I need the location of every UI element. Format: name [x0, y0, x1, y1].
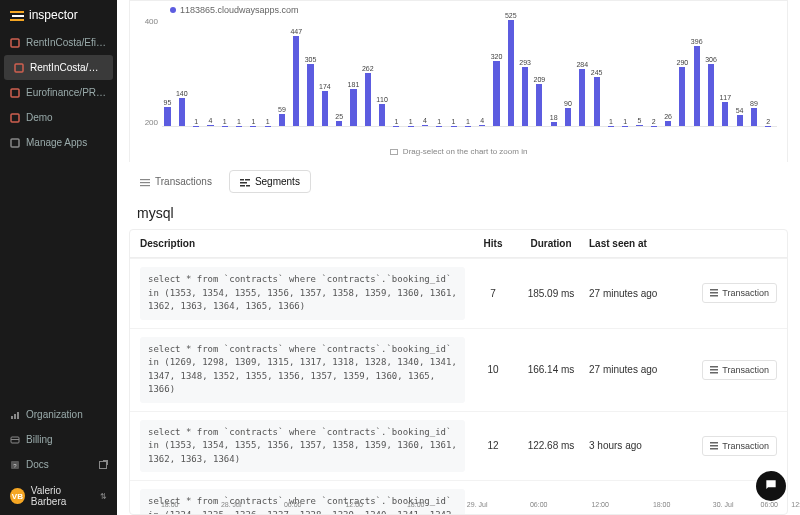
chart-bar[interactable]: 284 [579, 69, 585, 126]
chart-bar[interactable]: 290 [679, 67, 685, 126]
chart-bar[interactable]: 245 [594, 77, 600, 126]
tab-segments[interactable]: Segments [229, 170, 311, 193]
chart-bar[interactable]: 181 [350, 89, 356, 126]
chart-bar[interactable]: 525 [508, 20, 514, 126]
bar-value-label: 140 [176, 90, 188, 97]
avatar: VB [10, 488, 25, 504]
bar-value-label: 90 [564, 100, 572, 107]
project-nav: RentInCosta/EfisioRentInCosta/Sorr...Eur… [0, 30, 117, 155]
chart-bar[interactable]: 54 [737, 115, 743, 126]
bar-value-label: 54 [736, 107, 744, 114]
bar-value-label: 293 [519, 59, 531, 66]
col-hits: Hits [473, 238, 513, 249]
svg-rect-28 [710, 372, 718, 374]
table-header: Description Hits Duration Last seen at [130, 230, 787, 258]
chart-bar[interactable]: 447 [293, 36, 299, 126]
query-text[interactable]: select * from `contracts` where `contrac… [140, 267, 465, 320]
transaction-button[interactable]: Transaction [702, 436, 777, 456]
chart-bar[interactable]: 95 [164, 107, 170, 126]
chart-bar[interactable]: 4 [422, 125, 428, 126]
table-row: select * from `contracts` where `contrac… [130, 258, 787, 328]
bar-value-label: 59 [278, 106, 286, 113]
chart-bar[interactable]: 90 [565, 108, 571, 126]
svg-rect-23 [710, 289, 718, 291]
transaction-button-label: Transaction [722, 365, 769, 375]
bar-value-label: 1 [237, 118, 241, 125]
brand-logo[interactable]: inspector [0, 0, 117, 30]
chart-bar[interactable]: 293 [522, 67, 528, 126]
bar-value-label: 2 [652, 118, 656, 125]
chart-bar[interactable]: 4 [207, 125, 213, 126]
svg-rect-2 [10, 19, 24, 21]
chart-bar[interactable]: 174 [322, 91, 328, 126]
bottom-nav-item-billing[interactable]: Billing [0, 427, 117, 452]
sidebar-item-label: RentInCosta/Sorr... [30, 62, 103, 73]
transaction-button[interactable]: Transaction [702, 283, 777, 303]
chart-x-axis: 18:0028. Jul06:0012:0018:0029. Jul06:001… [139, 497, 800, 515]
chart-legend[interactable]: 1183865.cloudwaysapps.com [140, 5, 777, 15]
bottom-nav-label: Billing [26, 434, 53, 445]
bottom-nav-item-docs[interactable]: ?Docs [0, 452, 117, 477]
stack-icon [710, 366, 718, 374]
chart-bar[interactable]: 305 [307, 64, 313, 126]
bar-value-label: 447 [290, 28, 302, 35]
chart-bar[interactable]: 110 [379, 104, 385, 126]
cell-duration: 122.68 ms [521, 440, 581, 451]
stack-icon [710, 442, 718, 450]
chart-area[interactable]: 400200 951401411115944730517425181262110… [140, 15, 777, 145]
cell-last-seen: 27 minutes ago [589, 364, 679, 375]
chart-bar[interactable]: 209 [536, 84, 542, 126]
chart-bar[interactable]: 320 [493, 61, 499, 126]
sidebar-item-label: RentInCosta/Efisio [26, 37, 107, 48]
chart-bar[interactable]: 117 [722, 102, 728, 126]
sidebar-item-1[interactable]: RentInCosta/Sorr... [4, 55, 113, 80]
x-tick: 12:00 [591, 501, 609, 508]
bar-value-label: 1 [409, 118, 413, 125]
sidebar-item-3[interactable]: Demo [0, 105, 117, 130]
chart-bar[interactable]: 396 [694, 46, 700, 126]
svg-rect-7 [11, 139, 19, 147]
legend-dot-icon [170, 7, 176, 13]
sidebar-item-label: Eurofinance/PROD [26, 87, 107, 98]
svg-rect-19 [245, 179, 250, 181]
chart-bar[interactable]: 262 [365, 73, 371, 126]
chart-bar[interactable]: 4 [479, 125, 485, 126]
chart-bar[interactable]: 18 [551, 122, 557, 126]
table-row: select * from `contracts` where `contrac… [130, 328, 787, 411]
bottom-nav-item-organization[interactable]: Organization [0, 402, 117, 427]
bar-value-label: 117 [719, 94, 731, 101]
segments-icon [240, 178, 250, 186]
x-tick: 29. Jul [467, 501, 488, 508]
project-icon [10, 138, 20, 148]
query-text[interactable]: select * from `contracts` where `contrac… [140, 337, 465, 403]
bar-value-label: 1 [394, 118, 398, 125]
sidebar-item-2[interactable]: Eurofinance/PROD [0, 80, 117, 105]
sidebar-item-label: Demo [26, 112, 53, 123]
chevron-up-down-icon: ⇅ [100, 492, 107, 501]
list-icon [140, 178, 150, 186]
transaction-button[interactable]: Transaction [702, 360, 777, 380]
svg-rect-8 [11, 416, 13, 419]
tab-transactions[interactable]: Transactions [129, 170, 223, 193]
chart-bar[interactable]: 306 [708, 64, 714, 126]
chart-bar[interactable]: 59 [279, 114, 285, 126]
chart-bar[interactable]: 140 [179, 98, 185, 126]
transaction-button-label: Transaction [722, 441, 769, 451]
chart-bar[interactable]: 25 [336, 121, 342, 126]
chart-bar[interactable]: 26 [665, 121, 671, 126]
bar-value-label: 95 [164, 99, 172, 106]
chart-bar[interactable]: 5 [636, 125, 642, 126]
user-menu[interactable]: VB Valerio Barbera ⇅ [0, 477, 117, 515]
sidebar-item-4[interactable]: Manage Apps [0, 130, 117, 155]
chart-bar[interactable]: 89 [751, 108, 757, 126]
x-tick: 18:00 [161, 501, 179, 508]
query-text[interactable]: select * from `contracts` where `contrac… [140, 420, 465, 473]
sidebar: inspector RentInCosta/EfisioRentInCosta/… [0, 0, 117, 515]
chat-fab-button[interactable] [756, 471, 786, 501]
transaction-button-label: Transaction [722, 288, 769, 298]
sidebar-item-0[interactable]: RentInCosta/Efisio [0, 30, 117, 55]
svg-rect-31 [710, 448, 718, 450]
svg-rect-21 [240, 185, 245, 187]
cell-last-seen: 3 hours ago [589, 440, 679, 451]
chart-plot[interactable]: 9514014111159447305174251812621101141114… [162, 15, 777, 127]
